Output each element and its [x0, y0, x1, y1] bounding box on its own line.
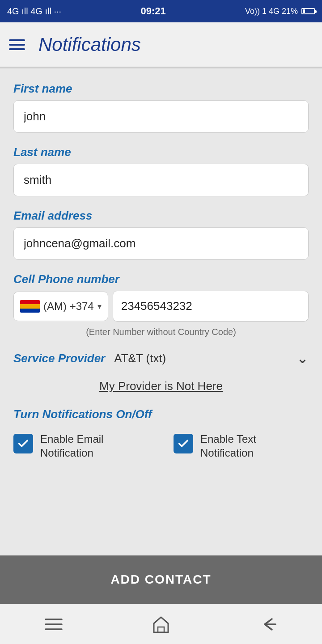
first-name-label: First name [13, 82, 309, 96]
page-title: Notifications [38, 34, 141, 55]
service-provider-label: Service Provider [13, 352, 105, 365]
service-provider-select[interactable]: AT&T (txt) ⌄ [114, 350, 309, 367]
status-time: 09:21 [140, 5, 165, 17]
notifications-toggle-label: Turn Notifications On/Off [13, 407, 309, 421]
svg-rect-3 [158, 627, 164, 632]
form-content: First name Last name Email address Cell … [0, 68, 322, 555]
email-label: Email address [13, 209, 309, 223]
phone-hint: (Enter Number without Country Code) [13, 327, 309, 337]
armenia-flag-icon [20, 300, 40, 313]
checkmark-icon [177, 437, 190, 450]
enable-text-label: Enable Text Notification [200, 432, 309, 460]
add-contact-button[interactable]: ADD CONTACT [0, 555, 322, 604]
chevron-down-icon: ▾ [97, 301, 102, 311]
enable-email-label: Enable Email Notification [40, 432, 156, 460]
phone-label: Cell Phone number [13, 272, 309, 286]
checkmark-icon [17, 437, 30, 450]
signal-icons: 4G ıll 4G ıll ··· [7, 6, 61, 17]
status-bar: 4G ıll 4G ıll ··· 09:21 Vo)) 1 4G 21% [0, 0, 322, 22]
country-code-selector[interactable]: (AM) +374 ▾ [13, 292, 108, 321]
phone-row: (AM) +374 ▾ [13, 291, 309, 322]
email-notification-item: Enable Email Notification [13, 432, 156, 460]
service-provider-row: Service Provider AT&T (txt) ⌄ [13, 350, 309, 367]
status-right: Vo)) 1 4G 21% [245, 7, 315, 16]
menu-icon[interactable] [9, 39, 25, 50]
phone-number-input[interactable] [113, 291, 309, 322]
first-name-input[interactable] [13, 100, 309, 133]
status-left: 4G ıll 4G ıll ··· [7, 6, 61, 17]
nav-back-icon[interactable] [258, 614, 278, 634]
last-name-label: Last name [13, 145, 309, 159]
email-input[interactable] [13, 227, 309, 260]
last-name-input[interactable] [13, 164, 309, 196]
enable-text-checkbox[interactable] [174, 434, 193, 453]
service-provider-value: AT&T (txt) [114, 352, 166, 365]
app-bar: Notifications [0, 22, 322, 67]
battery-info: Vo)) 1 4G 21% [245, 7, 298, 16]
provider-link-container: My Provider is Not Here [13, 379, 309, 393]
country-code-text: (AM) +374 [43, 300, 94, 313]
nav-home-icon[interactable] [151, 614, 171, 634]
checkboxes-row: Enable Email Notification Enable Text No… [13, 432, 309, 460]
provider-not-here-link[interactable]: My Provider is Not Here [99, 379, 223, 393]
nav-bar [0, 604, 322, 644]
battery-icon [301, 8, 315, 14]
enable-email-checkbox[interactable] [13, 434, 33, 453]
chevron-down-icon: ⌄ [297, 350, 309, 367]
text-notification-item: Enable Text Notification [174, 432, 309, 460]
nav-menu-icon[interactable] [44, 617, 64, 632]
